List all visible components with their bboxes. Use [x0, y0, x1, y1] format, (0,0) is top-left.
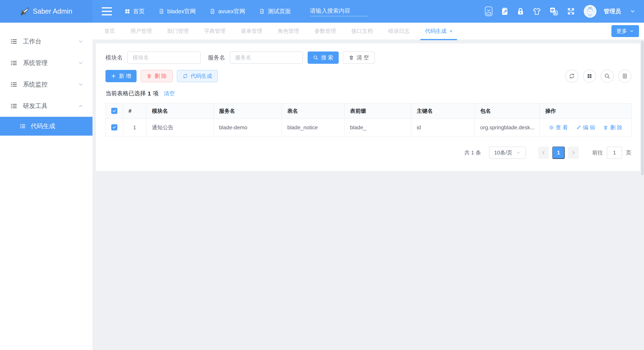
page-1-button[interactable]: 1 [552, 146, 564, 159]
toggle-search-button[interactable] [601, 70, 614, 83]
user-menu-chevron-icon[interactable] [630, 9, 636, 14]
col-primary-key: 主键名 [411, 103, 475, 119]
user-name[interactable]: 管理员 [604, 8, 621, 15]
cell-prefix: blade_ [344, 119, 411, 136]
top-menu: 首页 bladex官网 avuex官网 [125, 8, 291, 15]
edit-pencil-icon [576, 125, 581, 130]
module-name-label: 模块名 [106, 54, 123, 62]
user-avatar[interactable] [584, 5, 596, 18]
top-menu-item-test[interactable]: 测试页面 [259, 8, 291, 15]
topbar-main: 首页 bladex官网 avuex官网 [92, 0, 644, 23]
app-logo[interactable]: Saber Admin [0, 0, 92, 23]
search-button[interactable]: 搜 索 [308, 52, 339, 64]
sidebar-item-workbench[interactable]: 工作台 [0, 31, 92, 52]
theme-tshirt-button[interactable] [533, 8, 541, 15]
module-name-input[interactable] [127, 52, 200, 64]
col-module: 模块名 [146, 103, 214, 119]
top-menu-item-avuex[interactable]: avuex官网 [210, 8, 245, 15]
delete-link[interactable]: 删 除 [603, 124, 622, 131]
chevron-down-icon [630, 29, 634, 34]
trash-icon [349, 55, 354, 60]
sidebar: 工作台 系统管理 系统监控 [0, 23, 92, 350]
row-checkbox[interactable] [111, 124, 117, 130]
tab-dept-management[interactable]: 部门管理 [160, 23, 196, 40]
debug-clipboard-button[interactable] [501, 7, 508, 15]
tab-close-icon[interactable]: × [450, 29, 452, 34]
data-table: # 模块名 服务名 表名 表前缀 主键名 包名 操作 [106, 103, 632, 137]
code-generate-button[interactable]: 代码生成 [177, 70, 218, 82]
vertical-scrollbar[interactable] [641, 41, 644, 175]
clear-button[interactable]: 清 空 [343, 52, 375, 64]
prev-page-button[interactable] [538, 146, 549, 159]
pagination-goto: 前往 页 [592, 146, 631, 159]
document-icon [210, 9, 215, 14]
tab-menu-management[interactable]: 菜单管理 [233, 23, 270, 40]
view-link[interactable]: 查 看 [549, 124, 568, 131]
refresh-button[interactable] [565, 70, 578, 83]
search-icon [604, 73, 610, 79]
lock-icon [517, 7, 524, 15]
saber-dagger-icon [20, 7, 29, 16]
edit-link[interactable]: 编 辑 [576, 124, 595, 131]
selection-count: 1 [148, 90, 151, 97]
col-table-name: 表名 [282, 103, 344, 119]
tab-api-docs[interactable]: 接口文档 [344, 23, 380, 40]
lock-button[interactable] [517, 7, 524, 15]
refresh-icon [569, 73, 575, 79]
tab-param-management[interactable]: 参数管理 [307, 23, 344, 40]
tabs-more-button[interactable]: 更多 [612, 25, 639, 37]
table-row[interactable]: 1 通知公告 blade-demo blade_notice blade_ id… [106, 119, 632, 136]
collapse-panel-icon [485, 6, 492, 16]
global-search-input[interactable] [310, 8, 368, 14]
col-index: # [123, 103, 146, 119]
cell-package: org.springblade.desk... [475, 119, 540, 136]
sidebar-collapse-button[interactable] [102, 7, 112, 15]
chevron-down-icon [78, 60, 84, 66]
tab-dict-management[interactable]: 字典管理 [196, 23, 233, 40]
theme-tshirt-icon [533, 8, 541, 15]
global-search [310, 6, 368, 16]
tab-user-management[interactable]: 用户管理 [123, 23, 160, 40]
document-icon [159, 9, 164, 14]
tab-role-management[interactable]: 角色管理 [270, 23, 307, 40]
goto-page-input[interactable] [607, 146, 622, 159]
page-unit-label: 页 [626, 149, 631, 156]
select-all-checkbox[interactable] [111, 108, 117, 114]
top-menu-item-home[interactable]: 首页 [125, 8, 144, 15]
app-root: Saber Admin 首页 bladex官网 [0, 0, 644, 350]
log-list-icon [622, 73, 628, 79]
next-page-button[interactable] [568, 146, 579, 159]
sidebar-item-system-management[interactable]: 系统管理 [0, 52, 92, 74]
sidebar-item-code-generation[interactable]: 代码生成 [0, 117, 92, 136]
top-menu-item-bladex[interactable]: bladex官网 [159, 8, 196, 15]
add-button[interactable]: 新 增 [106, 70, 136, 82]
fullscreen-button[interactable] [567, 7, 575, 15]
chevron-down-icon [78, 39, 84, 44]
cell-service: blade-demo [214, 119, 282, 136]
tab-code-generation[interactable]: 代码生成 × [417, 23, 460, 40]
log-button[interactable] [618, 70, 631, 83]
collapse-panel-button[interactable] [485, 6, 492, 16]
list-icon [10, 38, 18, 45]
column-settings-button[interactable] [583, 70, 596, 83]
sidebar-item-system-monitor[interactable]: 系统监控 [0, 74, 92, 95]
topbar-actions: 管理员 [485, 5, 636, 18]
actions-row: 新 增 删 除 代码生成 [106, 70, 631, 83]
sidebar-item-dev-tools[interactable]: 研发工具 [0, 95, 92, 117]
goto-label: 前往 [592, 149, 603, 156]
page-size-select[interactable]: 10条/页 [489, 146, 526, 159]
tab-home[interactable]: 首页 [97, 23, 123, 40]
grid-icon [125, 9, 130, 14]
topbar: Saber Admin 首页 bladex官网 [0, 0, 644, 23]
pagination-nav: 1 [538, 146, 579, 159]
list-icon [10, 102, 18, 110]
service-name-input[interactable] [230, 52, 303, 64]
view-icon [549, 125, 554, 130]
cell-index: 1 [123, 119, 146, 136]
selection-clear-link[interactable]: 清空 [164, 90, 175, 97]
translate-button[interactable] [550, 7, 558, 16]
tab-error-log[interactable]: 错误日志 [380, 23, 417, 40]
delete-button[interactable]: 删 除 [141, 70, 172, 82]
list-icon [10, 59, 18, 67]
document-icon [259, 9, 265, 14]
